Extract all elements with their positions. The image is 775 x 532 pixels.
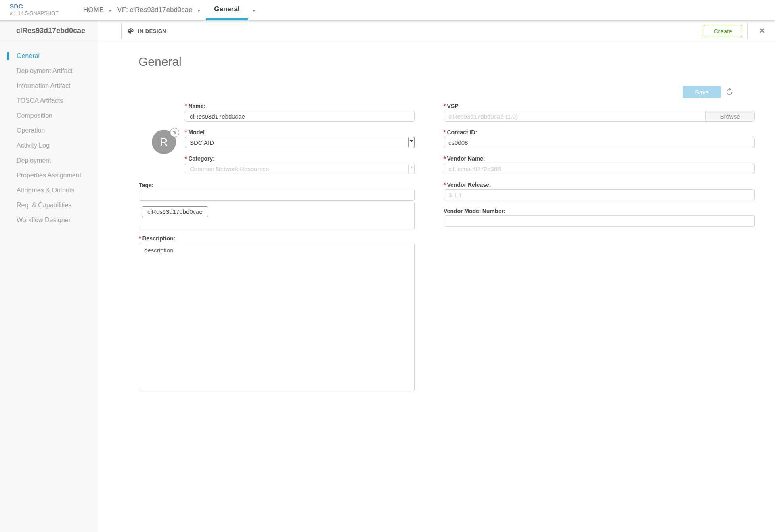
app-logo: SDC v.1.14.5-SNAPSHOT	[10, 3, 59, 16]
model-select[interactable]: SDC AID	[185, 137, 415, 148]
tags-chips-container: ciRes93d17ebd0cae	[139, 202, 415, 229]
resource-header: ciRes93d17ebd0cae	[0, 20, 98, 42]
refresh-icon[interactable]	[724, 87, 735, 98]
sidebar-item-activity-log[interactable]: Activity Log	[0, 138, 98, 153]
app-title: SDC	[10, 3, 59, 10]
sidebar-item-deployment-artifact[interactable]: Deployment Artifact	[0, 63, 98, 78]
tags-field-group: Tags:	[139, 182, 415, 201]
tag-chip[interactable]: ciRes93d17ebd0cae	[142, 206, 208, 217]
vendor-release-field-group: *Vendor Release:	[444, 182, 755, 200]
sidebar-item-attributes-outputs[interactable]: Attributes & Outputs	[0, 183, 98, 198]
sidebar-item-operation[interactable]: Operation	[0, 123, 98, 138]
vendor-name-input	[444, 163, 755, 174]
name-field-group: *Name:	[185, 103, 415, 122]
vendor-name-field-group: *Vendor Name:	[444, 155, 755, 174]
header-divider	[121, 23, 122, 39]
vendor-model-number-field-group: Vendor Model Number:	[444, 208, 755, 227]
required-marker: *	[185, 129, 187, 136]
lifecycle-status: IN DESIGN	[127, 20, 166, 42]
resource-title: ciRes93d17ebd0cae	[16, 27, 85, 35]
top-bar: SDC v.1.14.5-SNAPSHOT HOME ▸ VF: ciRes93…	[0, 0, 775, 20]
required-marker: *	[185, 103, 187, 109]
model-label: *Model	[185, 129, 415, 136]
vendor-model-number-label: Vendor Model Number:	[444, 208, 755, 214]
save-button[interactable]: Save	[683, 86, 721, 98]
required-marker: *	[444, 155, 446, 162]
sidebar-item-workflow-designer[interactable]: Workflow Designer	[0, 213, 98, 227]
close-icon[interactable]: ×	[756, 24, 769, 37]
model-selected-value: SDC AID	[190, 139, 214, 146]
vsp-value: ciRes93d17ebd0cae (1.0)	[444, 113, 705, 120]
status-badge: IN DESIGN	[138, 28, 166, 34]
required-marker: *	[444, 182, 446, 188]
required-marker: *	[185, 155, 187, 162]
required-marker: *	[139, 235, 141, 242]
sidebar-item-composition[interactable]: Composition	[0, 108, 98, 123]
vsp-field-group: *VSP ciRes93d17ebd0cae (1.0) Browse	[444, 103, 755, 122]
edit-avatar-icon[interactable]: ✎	[170, 128, 179, 137]
breadcrumb-general-active[interactable]: General	[206, 0, 247, 20]
description-label: *Description:	[139, 235, 415, 242]
vendor-release-input	[444, 189, 755, 200]
browse-button[interactable]: Browse	[705, 111, 754, 121]
required-marker: *	[444, 129, 446, 136]
category-field-group: *Category: Common Network Resources	[185, 155, 415, 174]
avatar-letter: R	[160, 136, 168, 148]
breadcrumb: HOME ▸ VF: ciRes93d17ebd0cae ▸ General ▸	[83, 0, 261, 20]
sidebar-item-general[interactable]: General	[0, 48, 98, 63]
vendor-name-label: *Vendor Name:	[444, 155, 755, 162]
tags-label: Tags:	[139, 182, 415, 188]
vsp-input-group: ciRes93d17ebd0cae (1.0) Browse	[444, 111, 755, 122]
model-field-group: *Model SDC AID	[185, 129, 415, 148]
contact-id-field-group: *Contact ID:	[444, 129, 755, 148]
breadcrumb-home[interactable]: HOME	[83, 0, 104, 20]
sidebar-item-information-artifact[interactable]: Information Artifact	[0, 78, 98, 93]
vendor-release-label: *Vendor Release:	[444, 182, 755, 188]
general-form-section: General Save R ✎ *Name: *Model SDC AID *…	[98, 42, 775, 532]
sidebar-item-deployment[interactable]: Deployment	[0, 153, 98, 168]
create-button[interactable]: Create	[704, 25, 742, 37]
page-title: General	[138, 55, 182, 69]
chevron-down-icon	[408, 138, 414, 147]
breadcrumb-vf[interactable]: VF: ciRes93d17ebd0cae	[117, 0, 193, 20]
contact-id-input[interactable]	[444, 137, 755, 148]
sidebar-item-tosca-artifacts[interactable]: TOSCA Artifacts	[0, 93, 98, 108]
breadcrumb-arrow-icon: ▸	[253, 0, 256, 20]
category-selected-value: Common Network Resources	[190, 165, 269, 172]
vendor-model-number-input[interactable]	[444, 215, 755, 227]
palette-icon	[127, 27, 134, 35]
description-textarea[interactable]: description	[139, 243, 415, 391]
breadcrumb-arrow-icon: ▸	[198, 0, 201, 20]
breadcrumb-arrow-icon: ▸	[109, 0, 112, 20]
description-field-group: *Description: description	[139, 235, 415, 391]
tags-input[interactable]	[139, 190, 415, 201]
category-select: Common Network Resources	[185, 163, 415, 174]
name-input[interactable]	[185, 111, 415, 122]
required-marker: *	[444, 103, 446, 109]
sidebar-item-req-capabilities[interactable]: Req. & Capabilities	[0, 198, 98, 213]
sidebar-item-properties-assignment[interactable]: Properties Assignment	[0, 168, 98, 183]
chevron-down-icon	[408, 164, 414, 173]
contact-id-label: *Contact ID:	[444, 129, 755, 136]
name-label: *Name:	[185, 103, 415, 109]
workspace-header: IN DESIGN Create ×	[98, 20, 775, 42]
category-label: *Category:	[185, 155, 415, 162]
sidebar-nav: General Deployment Artifact Information …	[0, 42, 98, 532]
app-version: v.1.14.5-SNAPSHOT	[10, 10, 59, 16]
header-divider	[747, 23, 748, 39]
vsp-label: *VSP	[444, 103, 755, 109]
